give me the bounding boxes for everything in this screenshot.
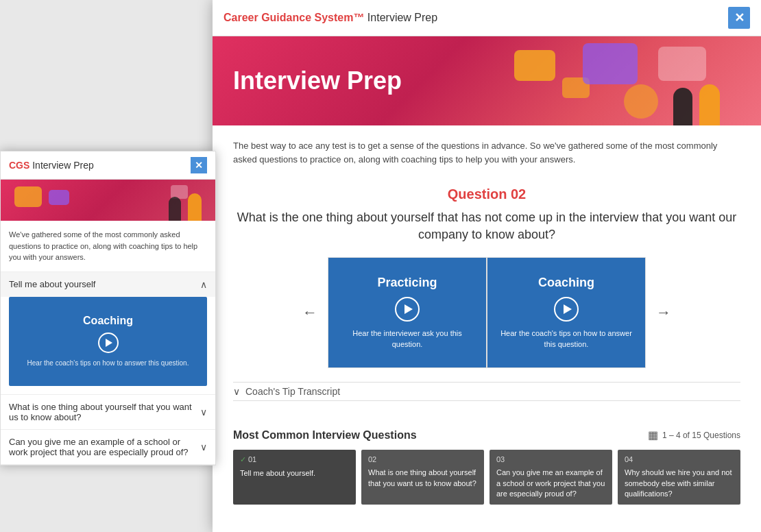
grid-icon: ▦: [648, 428, 658, 442]
cq-pagination: ▦ 1 – 4 of 15 Questions: [648, 428, 740, 442]
cq-title: Most Common Interview Questions: [233, 429, 417, 442]
q-card-3[interactable]: 03 Can you give me an example of a schoo…: [490, 450, 612, 505]
chevron-up-icon-1: ∧: [200, 279, 207, 290]
hero-title: Interview Prep: [233, 66, 402, 95]
q-card-4[interactable]: 04 Why should we hire you and not somebo…: [618, 450, 740, 505]
sidebar-item-2: What is one thing about yourself that yo…: [1, 395, 215, 430]
sidebar-item-2-label: What is one thing about yourself that yo…: [9, 402, 200, 422]
coaching-desc: Hear the coach's tips on how to answer t…: [498, 328, 635, 350]
sidebar-window: CGS Interview Prep ✕ We've gathered some…: [0, 151, 216, 466]
transcript-toggle[interactable]: ∨ Coach's Tip Transcript: [233, 382, 740, 401]
practicing-desc: Hear the interviewer ask you this questi…: [339, 328, 476, 350]
transcript-chevron-icon: ∨: [233, 386, 240, 397]
main-header-title: Career Guidance System™ Interview Prep: [224, 12, 437, 24]
next-arrow[interactable]: →: [646, 304, 681, 322]
video-cards-container: Practicing Hear the interviewer ask you …: [328, 257, 646, 368]
pagination-text: 1 – 4 of 15 Questions: [662, 431, 740, 440]
q-card-2-num: 02: [368, 455, 477, 463]
sidebar-header-title: CGS Interview Prep: [9, 160, 94, 171]
q-card-4-text: Why should we hire you and not somebody …: [625, 468, 734, 499]
question-text: What is the one thing about yourself tha…: [233, 209, 740, 243]
main-header: Career Guidance System™ Interview Prep ✕: [213, 0, 761, 36]
practicing-title: Practicing: [377, 276, 437, 290]
coaching-play-button[interactable]: [554, 297, 579, 322]
description-text: The best way to ace any test is to get a…: [213, 125, 761, 180]
video-carousel: ← Practicing Hear the interviewer ask yo…: [233, 257, 740, 368]
question-section: Question 02 What is the one thing about …: [213, 180, 761, 428]
sidebar-item-3-header[interactable]: Can you give me an example of a school o…: [1, 430, 215, 464]
common-questions-section: Most Common Interview Questions ▦ 1 – 4 …: [213, 428, 761, 518]
sidebar-brand-label: CGS: [9, 160, 29, 171]
q-card-1-num: ✓01: [240, 455, 349, 464]
chevron-down-icon-3: ∨: [200, 442, 207, 452]
transcript-label: Coach's Tip Transcript: [245, 386, 340, 397]
q-card-4-num: 04: [625, 455, 734, 463]
q-card-1-text: Tell me about yourself.: [240, 468, 349, 479]
prev-arrow[interactable]: ←: [292, 304, 328, 322]
practicing-card[interactable]: Practicing Hear the interviewer ask you …: [328, 258, 486, 367]
hero-banner: Interview Prep: [213, 36, 761, 125]
q-card-3-text: Can you give me an example of a school o…: [496, 468, 605, 499]
sidebar-video-title: Coaching: [83, 315, 133, 327]
sidebar-description: We've gathered some of the most commonly…: [1, 221, 215, 272]
sidebar-item-2-header[interactable]: What is one thing about yourself that yo…: [1, 395, 215, 429]
q-card-1[interactable]: ✓01 Tell me about yourself.: [233, 450, 356, 505]
sidebar-video-desc: Hear the coach's tips on how to answer t…: [27, 359, 189, 367]
sidebar-item-1-header[interactable]: Tell me about yourself ∧: [1, 272, 215, 297]
chevron-down-icon-2: ∨: [200, 407, 207, 418]
sidebar-hero: [1, 180, 215, 221]
question-cards: ✓01 Tell me about yourself. 02 What is o…: [233, 450, 740, 505]
sidebar-item-3-label: Can you give me an example of a school o…: [9, 437, 200, 457]
sidebar-item-1-label: Tell me about yourself: [9, 279, 95, 289]
coaching-title: Coaching: [538, 276, 594, 290]
check-icon-1: ✓: [240, 455, 246, 463]
q-card-2[interactable]: 02 What is one thing about yourself that…: [361, 450, 484, 505]
cq-header: Most Common Interview Questions ▦ 1 – 4 …: [233, 428, 740, 442]
sidebar-item-1: Tell me about yourself ∧ Coaching Hear t…: [1, 272, 215, 395]
practicing-play-button[interactable]: [395, 297, 420, 322]
sidebar-item-3: Can you give me an example of a school o…: [1, 430, 215, 465]
q-card-3-num: 03: [496, 455, 605, 463]
close-sidebar-button[interactable]: ✕: [191, 157, 207, 173]
question-number: Question 02: [233, 186, 740, 202]
sidebar-play-button[interactable]: [98, 332, 119, 353]
sidebar-video-preview[interactable]: Coaching Hear the coach's tips on how to…: [9, 297, 207, 386]
coaching-card[interactable]: Coaching Hear the coach's tips on how to…: [487, 258, 645, 367]
q-card-2-text: What is one thing about yourself that yo…: [368, 468, 477, 489]
brand-label: Career Guidance System™: [224, 12, 364, 23]
sidebar-header: CGS Interview Prep ✕: [1, 152, 215, 180]
main-window: Career Guidance System™ Interview Prep ✕…: [213, 0, 761, 532]
close-main-button[interactable]: ✕: [728, 7, 750, 29]
